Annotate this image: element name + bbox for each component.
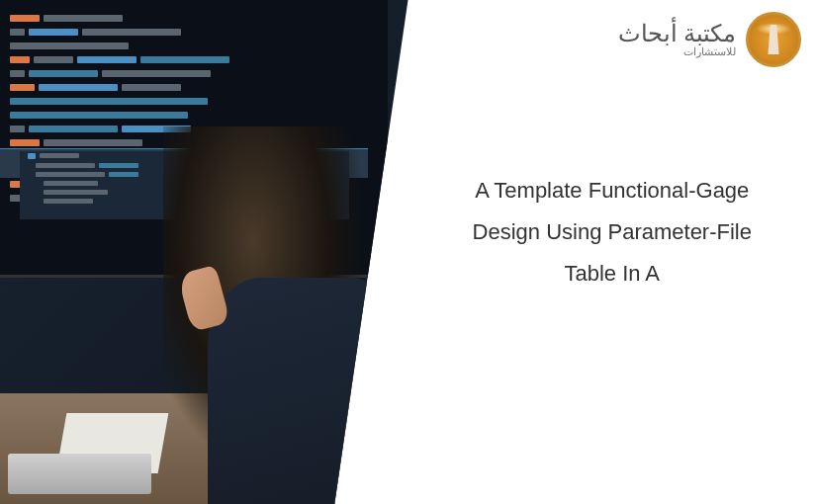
- logo-secondary-text: للاستشارات: [618, 45, 736, 58]
- keyboard: [8, 454, 150, 494]
- page-title: A Template Functional-Gage Design Using …: [448, 170, 777, 294]
- lighthouse-icon: [746, 12, 801, 67]
- hero-image: [0, 0, 408, 504]
- brand-logo: مكتبة أبحاث للاستشارات: [618, 12, 801, 67]
- logo-primary-text: مكتبة أبحاث: [618, 22, 736, 45]
- content-area: مكتبة أبحاث للاستشارات A Template Functi…: [408, 0, 817, 504]
